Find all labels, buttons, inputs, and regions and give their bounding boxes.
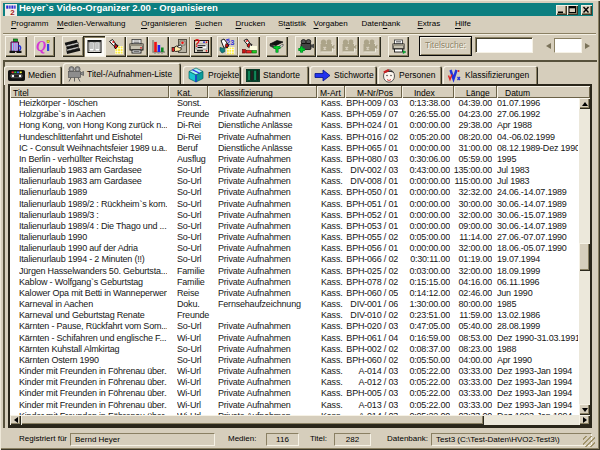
svg-text:2: 2 xyxy=(10,7,15,15)
svg-text:?: ? xyxy=(194,38,200,49)
svg-text:Q: Q xyxy=(36,39,46,54)
